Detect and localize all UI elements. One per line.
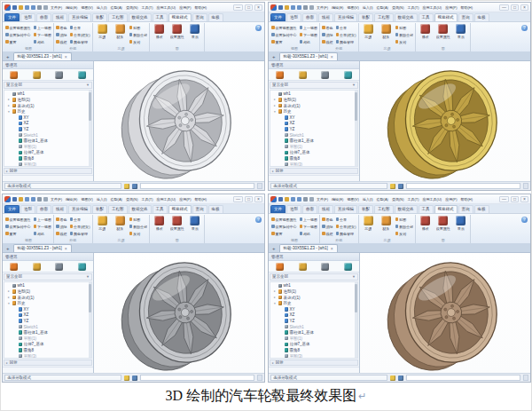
save-icon[interactable] <box>278 5 283 10</box>
ribbon-tab[interactable]: 文件 <box>270 13 286 21</box>
ribbon-big-button[interactable]: 修改 <box>152 216 167 231</box>
redo-icon[interactable] <box>31 197 35 202</box>
ribbon-tab[interactable]: 查询 <box>192 205 207 213</box>
ribbon-button[interactable]: 重置 <box>271 38 297 45</box>
open-icon[interactable] <box>19 197 23 202</box>
ribbon-tab[interactable]: 装配 <box>358 205 373 213</box>
ribbon-button[interactable]: 线框 <box>322 230 333 237</box>
tree-item[interactable]: ▸表达式(1) <box>6 103 88 109</box>
playback-section[interactable]: ▸ 回放 <box>270 168 358 175</box>
ribbon-button[interactable]: 线框 <box>56 38 67 45</box>
pick-filter-icon[interactable] <box>390 184 395 189</box>
settings-icon[interactable] <box>43 197 48 202</box>
tree-item[interactable]: XY <box>6 306 88 312</box>
ribbon-button[interactable]: 全显(框架) <box>336 31 356 38</box>
menu-item[interactable]: 插入(I) <box>96 4 108 11</box>
menu-item[interactable]: 视图(V) <box>346 4 359 11</box>
status-input[interactable] <box>406 183 520 189</box>
ribbon-tab[interactable]: 数据交换 <box>395 13 418 21</box>
window-control-button[interactable]: × <box>520 196 528 202</box>
ribbon-tab[interactable]: 装配 <box>358 13 373 21</box>
tree-filter-dropdown[interactable]: 显示全部 ▼ <box>270 82 358 89</box>
menu-item[interactable]: 文件(F) <box>50 4 63 11</box>
ribbon-tab[interactable]: 查询 <box>192 13 207 21</box>
menu-item[interactable]: 文件(F) <box>316 4 329 11</box>
viewport-2[interactable] <box>94 253 264 373</box>
ribbon-button[interactable]: 设置旋转中心 <box>271 31 297 38</box>
open-icon[interactable] <box>19 5 23 10</box>
ribbon-button[interactable]: 上一视图 <box>300 216 318 223</box>
ribbon-tab[interactable]: 工程图 <box>374 205 394 213</box>
scrollbar-thumb[interactable] <box>89 92 91 121</box>
ribbon-button[interactable]: 着色 <box>56 24 67 31</box>
redo-icon[interactable] <box>297 5 301 10</box>
window-control-button[interactable]: — <box>499 196 509 202</box>
tree-expand-icon[interactable]: ▸ <box>273 296 277 299</box>
new-tab-button[interactable]: + <box>4 245 12 252</box>
menu-item[interactable]: 应用工具(U) <box>422 4 443 11</box>
menu-item[interactable]: 视图(V) <box>80 196 93 202</box>
window-control-button[interactable]: □ <box>245 196 253 202</box>
window-control-button[interactable]: □ <box>511 4 519 11</box>
close-tab-icon[interactable]: × <box>331 245 333 252</box>
ribbon-tab[interactable]: 数据交换 <box>395 205 418 213</box>
tree-item[interactable]: Sketch1 <box>272 132 354 138</box>
undo-icon[interactable] <box>291 197 295 202</box>
ribbon-tab[interactable]: 造型 <box>286 205 301 213</box>
ribbon-tab[interactable]: 装配 <box>92 13 107 21</box>
save-icon[interactable] <box>12 197 17 202</box>
ribbon-tab[interactable]: 曲面 <box>36 13 51 21</box>
manager-tab[interactable] <box>274 261 286 272</box>
ribbon-big-button[interactable]: 材质 <box>113 216 128 231</box>
ribbon-big-button[interactable]: 光源 <box>361 216 376 231</box>
tree-item[interactable]: ▸表达式(1) <box>272 295 354 301</box>
tree-item[interactable]: 圆柱体1_基体 <box>6 138 88 144</box>
settings-icon[interactable] <box>309 197 314 202</box>
ribbon-button[interactable]: 设置视图属性 <box>271 24 297 31</box>
manager-tab[interactable] <box>53 261 65 272</box>
tree-item[interactable]: Sketch1 <box>6 132 88 138</box>
tree-item[interactable]: 圆柱体1_基体 <box>272 138 354 144</box>
manager-tab[interactable] <box>342 69 354 80</box>
ribbon-tab[interactable]: 工具 <box>153 13 168 21</box>
menu-item[interactable]: 插入(I) <box>362 196 374 202</box>
tree-item[interactable]: YZ <box>6 126 88 132</box>
menu-item[interactable]: 帮助(H) <box>194 196 208 202</box>
manager-tab[interactable] <box>76 69 88 80</box>
window-control-button[interactable]: — <box>233 4 243 11</box>
ribbon-tab[interactable]: 工具 <box>419 205 434 213</box>
manager-tab[interactable] <box>8 69 20 80</box>
tree-item[interactable]: XY <box>6 115 88 121</box>
ribbon-button[interactable]: 相机 <box>300 230 318 237</box>
tree-item[interactable]: ▾历史 <box>272 300 354 306</box>
ribbon-button[interactable]: 着色 <box>322 216 333 223</box>
ribbon-button[interactable]: 全显 <box>70 216 90 223</box>
new-tab-button[interactable]: + <box>270 245 278 252</box>
manager-tab[interactable] <box>274 69 286 80</box>
menu-item[interactable]: 应用(P) <box>444 196 458 202</box>
undo-icon[interactable] <box>291 5 295 10</box>
ribbon-tab[interactable]: 电极 <box>474 13 489 21</box>
ribbon-button[interactable]: 反转 <box>395 38 414 45</box>
tree-item[interactable]: 草图(3) <box>272 353 354 359</box>
ribbon-button[interactable]: 颜色管理 <box>70 38 90 45</box>
menu-item[interactable]: 应用工具(U) <box>422 196 443 202</box>
ribbon-big-button[interactable]: 材质 <box>379 216 394 231</box>
ribbon-big-button[interactable]: 显示 <box>187 216 202 231</box>
ribbon-button[interactable]: 反转 <box>129 38 148 45</box>
status-input[interactable] <box>406 375 520 381</box>
ribbon-button[interactable]: 反转 <box>129 230 148 237</box>
window-control-button[interactable]: □ <box>511 196 519 202</box>
settings-icon[interactable] <box>43 5 48 10</box>
menu-item[interactable]: 应用(P) <box>444 4 458 11</box>
ribbon-button[interactable]: 相机 <box>34 38 52 45</box>
ribbon-button[interactable]: 颜色管理 <box>70 230 90 237</box>
redo-icon[interactable] <box>297 197 301 202</box>
ribbon-button[interactable]: 下一视图 <box>300 223 318 230</box>
menu-item[interactable]: 编辑(E) <box>65 196 78 202</box>
menu-item[interactable]: 文件(F) <box>50 196 63 202</box>
ribbon-tab[interactable]: 数据交换 <box>129 13 152 21</box>
ribbon-tab[interactable]: 直接编辑 <box>334 13 357 21</box>
ribbon-button[interactable]: 重置 <box>5 38 31 45</box>
document-tab[interactable]: 轮毂-30X55E1.Z3 - [wh1] × <box>13 244 72 252</box>
